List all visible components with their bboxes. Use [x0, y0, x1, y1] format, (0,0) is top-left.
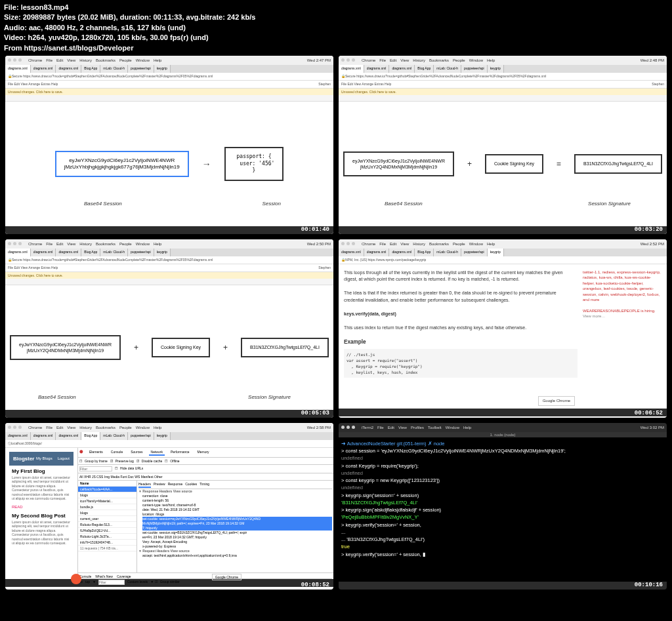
npm-para: This loops through all of the keys curre… — [344, 270, 578, 283]
browser-tabs[interactable]: diagrams.xmldiagrams.xmldiagrams.xmlBlog… — [5, 65, 333, 73]
base64-box[interactable]: eyJwYXNzcG9ydCI6eyJ1c2VyIjoiNWE4NWR jMzU… — [343, 151, 454, 176]
screenshot-2: ChromeFileEditViewHistoryBookmarksPeople… — [339, 56, 667, 234]
file-info: File: lesson83.mp4 — [4, 3, 668, 12]
request-count: 11 requests | 754 KB tra... — [78, 546, 136, 551]
signature-box[interactable]: B31N3ZCfXGJhgTwtgsLEf7Q_4LI — [574, 154, 662, 173]
filter-input[interactable] — [79, 466, 112, 471]
npm-used-by[interactable]: twitter-1.1, rediess, express-session-ke… — [583, 270, 662, 302]
video-info: Video: h264, yuv420p, 1280x720, 105 kb/s… — [4, 33, 668, 43]
headers-tab[interactable]: Headers — [138, 482, 151, 488]
clock: Wed 2:47 PM — [307, 58, 331, 62]
audio-info: Audio: aac, 48000 Hz, 2 channels, s16, 1… — [4, 23, 668, 33]
passport-box[interactable]: passport: { user: '456' } — [224, 147, 284, 180]
arrow-icon: → — [202, 159, 211, 169]
unsaved-warning[interactable]: Unsaved changes. Click here to save. — [5, 89, 333, 95]
tab-elements[interactable]: Elements — [87, 449, 105, 456]
code-example: // ./test.js var assert = require("asser… — [344, 349, 578, 378]
timestamp: 00:01:40 — [301, 226, 329, 233]
record-icon[interactable]: ⬤ — [79, 449, 83, 456]
app-header: BlogsterMy BlogsLogout — [9, 452, 74, 466]
tab-network[interactable]: Network — [149, 449, 165, 456]
request-item[interactable]: callback?code=4/AA... — [78, 487, 136, 492]
size-info: Size: 20989887 bytes (20.02 MiB), durati… — [4, 12, 668, 22]
screenshot-4: ChromeFileEditViewHistoryBookmarksPeople… — [339, 239, 667, 418]
request-headers[interactable]: ▼ Request Headers View source — [138, 549, 332, 553]
nav-logout[interactable]: Logout — [58, 456, 70, 460]
fab-add[interactable] — [71, 574, 81, 584]
screenshot-5: ChromeFileEditViewHistoryBookmarksPeople… — [5, 423, 333, 590]
tab-memory[interactable]: Memory — [196, 449, 211, 456]
npm-method: keys.verify(data, digest) — [344, 311, 396, 316]
tab-console[interactable]: Console — [109, 449, 125, 456]
response-headers[interactable]: ▼ Response Headers View source — [138, 489, 332, 494]
equals-icon: = — [556, 159, 561, 169]
screenshot-3: ChromeFileEditViewHistoryBookmarksPeople… — [5, 239, 333, 418]
base64-box[interactable]: eyJwYXNzcG9ydCI6eyJ1c2VyIjoiNWE4NWR jMzU… — [55, 151, 189, 178]
devtools: ⬤ Elements Console Sources Network Perfo… — [77, 448, 333, 579]
terminal[interactable]: ➜ AdvancedNodeStarter git:(051-term) ✗ n… — [339, 437, 667, 582]
tab-sources[interactable]: Sources — [129, 449, 144, 456]
example-heading: Example — [344, 338, 578, 346]
screenshot-1: ChromeFileEditViewHistoryBookmarksPeople… — [5, 56, 333, 234]
address-bar[interactable]: 🔒 Secure https://www.draw.io/?mode=githu… — [5, 73, 333, 81]
read-link[interactable]: READ — [12, 505, 71, 509]
npm-hiring[interactable]: WEAREREASONABLEPEOPLE is hiring. — [583, 308, 662, 313]
set-cookie-sig: set-cookie: session.sig=B31N3ZCfXGJhgTwt… — [142, 531, 332, 540]
menu-chrome[interactable]: Chrome — [28, 58, 42, 62]
blog-post-title[interactable]: My First Blog — [12, 468, 71, 474]
tab-performance[interactable]: Performance — [169, 449, 192, 456]
terminal-title: 1. node (node) — [339, 432, 667, 437]
signing-key-box[interactable]: Cookie Signing Key — [485, 154, 543, 173]
screenshot-6: iTerm2FileEditViewProfilesToolbeltWindow… — [339, 423, 667, 590]
google-chrome-badge: Google Chrome — [538, 396, 575, 406]
view-more-link[interactable]: View more… — [583, 313, 662, 319]
set-cookie-session: set-cookie: session=eyJwYXNzcG9ydCI6eyJ1… — [142, 517, 332, 531]
plus-icon: + — [467, 159, 472, 169]
nav-myblogs[interactable]: My Blogs — [36, 456, 52, 460]
from-info: From https://sanet.st/blogs/Developer — [4, 43, 668, 53]
